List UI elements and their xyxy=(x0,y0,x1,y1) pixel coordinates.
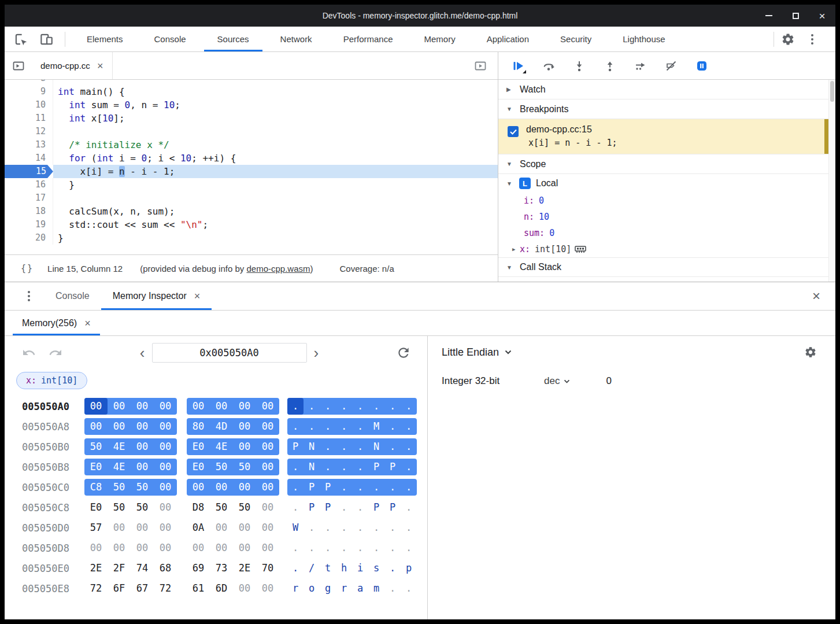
tab-console[interactable]: Console xyxy=(139,27,202,51)
hex-byte-cell[interactable]: 00 xyxy=(84,398,108,415)
sidebar-scrollbar-thumb[interactable] xyxy=(830,81,834,102)
ascii-cell[interactable]: . xyxy=(352,398,368,415)
ascii-cell[interactable]: . xyxy=(368,479,384,496)
scope-variable-x[interactable]: ▶x:int[10] xyxy=(498,241,828,257)
ascii-cell[interactable]: s xyxy=(368,560,384,577)
hex-byte-cell[interactable]: 4D xyxy=(210,418,233,435)
ascii-cell[interactable]: r xyxy=(287,580,304,597)
step-into-button[interactable] xyxy=(571,58,587,74)
ascii-cell[interactable]: . xyxy=(336,540,352,556)
ascii-cell[interactable]: m xyxy=(368,580,384,597)
tab-elements[interactable]: Elements xyxy=(71,27,139,51)
hex-byte-cell[interactable]: 74 xyxy=(131,560,154,577)
hex-byte-cell[interactable]: 00 xyxy=(131,418,154,435)
hex-byte-cell[interactable]: 00 xyxy=(154,540,177,556)
hex-byte-cell[interactable]: 00 xyxy=(233,580,256,597)
step-button[interactable] xyxy=(632,58,649,74)
hex-byte-cell[interactable]: 4E xyxy=(108,459,131,475)
watch-section-header[interactable]: ▶ Watch xyxy=(498,80,828,99)
memory-tag-chip[interactable]: x: int[10] xyxy=(16,372,87,389)
ascii-cell[interactable]: . xyxy=(368,519,384,536)
hex-byte-cell[interactable]: 00 xyxy=(154,459,177,475)
line-number-gutter[interactable]: 16 xyxy=(5,178,53,191)
previous-page-icon[interactable]: ‹ xyxy=(133,345,152,360)
hex-byte-cell[interactable]: 00 xyxy=(210,540,233,556)
hex-byte-cell[interactable]: 00 xyxy=(210,519,233,536)
tab-lighthouse[interactable]: Lighthouse xyxy=(607,27,680,51)
settings-gear-icon[interactable] xyxy=(780,31,796,47)
ascii-cell[interactable]: . xyxy=(336,438,352,455)
hex-byte-cell[interactable]: 00 xyxy=(187,540,210,556)
line-number-gutter[interactable]: 8 xyxy=(5,80,53,85)
hex-byte-cell[interactable]: 50 xyxy=(108,479,131,496)
hex-byte-cell[interactable]: 00 xyxy=(233,418,256,435)
tab-application[interactable]: Application xyxy=(471,27,545,51)
ascii-cell[interactable]: . xyxy=(320,459,336,475)
hex-byte-cell[interactable]: 00 xyxy=(131,459,154,475)
ascii-cell[interactable]: P xyxy=(304,499,320,516)
code-text[interactable] xyxy=(53,80,498,85)
hex-byte-cell[interactable]: 50 xyxy=(233,499,256,516)
ascii-cell[interactable]: . xyxy=(287,479,304,496)
ascii-cell[interactable]: a xyxy=(352,580,368,597)
code-text[interactable]: x[i] = n - i - 1; xyxy=(53,165,498,178)
open-sources-panel-icon[interactable] xyxy=(472,58,489,74)
line-number-gutter[interactable]: 13 xyxy=(5,138,53,152)
hex-byte-cell[interactable]: 6D xyxy=(210,580,233,597)
ascii-cell[interactable]: . xyxy=(401,540,417,556)
step-over-button[interactable] xyxy=(541,58,557,74)
hex-byte-cell[interactable]: 61 xyxy=(187,580,210,597)
ascii-cell[interactable]: . xyxy=(287,398,304,415)
hex-byte-cell[interactable]: 57 xyxy=(84,519,108,536)
ascii-cell[interactable]: . xyxy=(384,479,401,496)
ascii-cell[interactable]: . xyxy=(401,499,417,516)
ascii-cell[interactable]: . xyxy=(401,398,417,415)
pause-on-exceptions-button[interactable] xyxy=(694,58,710,74)
ascii-cell[interactable]: . xyxy=(368,540,384,556)
tab-sources[interactable]: Sources xyxy=(202,27,265,51)
hex-byte-cell[interactable]: 00 xyxy=(108,519,131,536)
inspect-element-icon[interactable] xyxy=(13,31,29,47)
maximize-icon[interactable] xyxy=(790,10,801,21)
scope-local-row[interactable]: ▼ L Local xyxy=(498,174,828,193)
hex-byte-cell[interactable]: 00 xyxy=(84,540,108,556)
hex-byte-cell[interactable]: 72 xyxy=(154,580,177,597)
drawer-tab-console[interactable]: Console xyxy=(44,282,101,310)
ascii-cell[interactable]: . xyxy=(401,418,417,435)
hex-byte-cell[interactable]: 00 xyxy=(154,418,177,435)
hex-byte-cell[interactable]: C8 xyxy=(84,479,108,496)
hex-byte-cell[interactable]: 00 xyxy=(154,438,177,455)
hex-byte-cell[interactable]: 72 xyxy=(84,580,108,597)
ascii-cell[interactable]: . xyxy=(384,398,401,415)
hex-byte-cell[interactable]: 00 xyxy=(256,418,279,435)
ascii-cell[interactable]: N xyxy=(304,459,320,475)
ascii-cell[interactable]: . xyxy=(304,519,320,536)
ascii-cell[interactable]: P xyxy=(384,499,401,516)
ascii-cell[interactable]: o xyxy=(304,580,320,597)
ascii-cell[interactable]: . xyxy=(336,479,352,496)
scope-variable-n[interactable]: n:10 xyxy=(498,209,828,225)
hex-byte-cell[interactable]: 00 xyxy=(187,398,210,415)
memory-tab[interactable]: Memory(256) × xyxy=(13,311,100,335)
ascii-cell[interactable]: . xyxy=(384,438,401,455)
hex-byte-cell[interactable]: E0 xyxy=(187,438,210,455)
line-number-gutter[interactable]: 18 xyxy=(5,205,53,218)
execution-line-gutter[interactable]: 15 xyxy=(5,165,53,178)
pretty-print-icon[interactable]: {} xyxy=(21,263,34,274)
ascii-cell[interactable]: . xyxy=(368,398,384,415)
hex-byte-cell[interactable]: 68 xyxy=(154,560,177,577)
hex-byte-cell[interactable]: 50 xyxy=(108,499,131,516)
ascii-cell[interactable]: . xyxy=(287,560,304,577)
scope-section-header[interactable]: ▼ Scope xyxy=(498,154,828,174)
ascii-cell[interactable]: . xyxy=(384,418,401,435)
ascii-cell[interactable]: M xyxy=(368,418,384,435)
memory-chip-icon[interactable] xyxy=(575,245,586,254)
hex-byte-cell[interactable]: 00 xyxy=(131,398,154,415)
hex-byte-cell[interactable]: 00 xyxy=(256,580,279,597)
ascii-cell[interactable]: . xyxy=(320,398,336,415)
ascii-cell[interactable]: P xyxy=(384,459,401,475)
show-navigator-icon[interactable] xyxy=(10,58,27,74)
hex-byte-cell[interactable]: 0A xyxy=(187,519,210,536)
hex-byte-cell[interactable]: 00 xyxy=(131,438,154,455)
ascii-cell[interactable]: P xyxy=(304,479,320,496)
